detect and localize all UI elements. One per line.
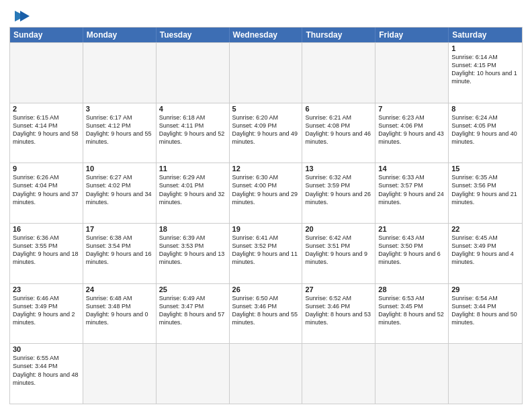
calendar-cell: 15Sunrise: 6:35 AM Sunset: 3:56 PM Dayli… xyxy=(449,163,522,223)
calendar-cell: 16Sunrise: 6:36 AM Sunset: 3:55 PM Dayli… xyxy=(10,224,83,283)
calendar-cell xyxy=(230,43,303,103)
day-number: 5 xyxy=(232,105,300,113)
day-info: Sunrise: 6:17 AM Sunset: 4:12 PM Dayligh… xyxy=(86,113,153,146)
day-info: Sunrise: 6:46 AM Sunset: 3:49 PM Dayligh… xyxy=(13,294,80,327)
calendar-cell xyxy=(375,43,449,103)
day-number: 19 xyxy=(232,225,300,233)
day-info: Sunrise: 6:55 AM Sunset: 3:44 PM Dayligh… xyxy=(13,354,80,387)
day-number: 2 xyxy=(13,105,80,113)
calendar-cell: 28Sunrise: 6:53 AM Sunset: 3:45 PM Dayli… xyxy=(375,284,449,344)
day-info: Sunrise: 6:32 AM Sunset: 3:59 PM Dayligh… xyxy=(305,173,372,206)
calendar-row: 1Sunrise: 6:14 AM Sunset: 4:15 PM Daylig… xyxy=(10,42,522,103)
calendar-cell: 20Sunrise: 6:42 AM Sunset: 3:51 PM Dayli… xyxy=(302,224,375,283)
day-number: 18 xyxy=(159,225,226,233)
day-info: Sunrise: 6:35 AM Sunset: 3:56 PM Dayligh… xyxy=(451,173,519,206)
day-number: 27 xyxy=(305,285,372,293)
calendar-cell: 12Sunrise: 6:30 AM Sunset: 4:00 PM Dayli… xyxy=(230,163,303,223)
day-number: 14 xyxy=(378,165,445,173)
calendar-row: 2Sunrise: 6:15 AM Sunset: 4:14 PM Daylig… xyxy=(10,103,522,163)
day-number: 23 xyxy=(13,285,80,293)
day-number: 1 xyxy=(451,44,519,52)
calendar-cell xyxy=(83,43,157,103)
day-number: 25 xyxy=(159,285,226,293)
calendar-cell xyxy=(302,344,375,404)
calendar-cell: 30Sunrise: 6:55 AM Sunset: 3:44 PM Dayli… xyxy=(10,344,83,404)
header-day-saturday: Saturday xyxy=(449,28,522,42)
day-info: Sunrise: 6:14 AM Sunset: 4:15 PM Dayligh… xyxy=(451,53,519,86)
day-number: 24 xyxy=(86,285,153,293)
calendar-row: 23Sunrise: 6:46 AM Sunset: 3:49 PM Dayli… xyxy=(10,283,522,344)
day-info: Sunrise: 6:27 AM Sunset: 4:02 PM Dayligh… xyxy=(86,173,153,206)
calendar-cell: 27Sunrise: 6:52 AM Sunset: 3:46 PM Dayli… xyxy=(302,284,375,344)
day-number: 17 xyxy=(86,225,153,233)
header-day-friday: Friday xyxy=(375,28,449,42)
day-number: 7 xyxy=(378,105,445,113)
calendar-body: 1Sunrise: 6:14 AM Sunset: 4:15 PM Daylig… xyxy=(10,42,522,404)
calendar-cell: 18Sunrise: 6:39 AM Sunset: 3:53 PM Dayli… xyxy=(157,224,230,283)
page: SundayMondayTuesdayWednesdayThursdayFrid… xyxy=(0,0,532,411)
day-info: Sunrise: 6:23 AM Sunset: 4:06 PM Dayligh… xyxy=(378,113,445,146)
calendar-cell: 7Sunrise: 6:23 AM Sunset: 4:06 PM Daylig… xyxy=(375,103,449,163)
calendar-cell: 13Sunrise: 6:32 AM Sunset: 3:59 PM Dayli… xyxy=(302,163,375,223)
calendar-cell xyxy=(230,344,303,404)
calendar-cell: 17Sunrise: 6:38 AM Sunset: 3:54 PM Dayli… xyxy=(83,224,157,283)
header-day-sunday: Sunday xyxy=(10,28,83,42)
calendar-cell: 14Sunrise: 6:33 AM Sunset: 3:57 PM Dayli… xyxy=(375,163,449,223)
calendar-cell: 22Sunrise: 6:45 AM Sunset: 3:49 PM Dayli… xyxy=(449,224,522,283)
calendar-cell xyxy=(157,43,230,103)
calendar-cell xyxy=(10,43,83,103)
day-number: 30 xyxy=(13,345,80,353)
calendar-cell xyxy=(302,43,375,103)
day-info: Sunrise: 6:49 AM Sunset: 3:47 PM Dayligh… xyxy=(159,294,226,327)
header xyxy=(9,7,523,23)
day-info: Sunrise: 6:18 AM Sunset: 4:11 PM Dayligh… xyxy=(159,113,226,146)
day-info: Sunrise: 6:50 AM Sunset: 3:46 PM Dayligh… xyxy=(232,294,300,327)
logo xyxy=(9,9,30,23)
calendar-cell: 11Sunrise: 6:29 AM Sunset: 4:01 PM Dayli… xyxy=(157,163,230,223)
calendar-cell xyxy=(375,344,449,404)
day-number: 10 xyxy=(86,165,153,173)
calendar-cell: 21Sunrise: 6:43 AM Sunset: 3:50 PM Dayli… xyxy=(375,224,449,283)
calendar: SundayMondayTuesdayWednesdayThursdayFrid… xyxy=(9,27,523,404)
day-number: 22 xyxy=(451,225,519,233)
calendar-cell: 25Sunrise: 6:49 AM Sunset: 3:47 PM Dayli… xyxy=(157,284,230,344)
day-number: 15 xyxy=(451,165,519,173)
day-info: Sunrise: 6:30 AM Sunset: 4:00 PM Dayligh… xyxy=(232,173,300,206)
day-number: 26 xyxy=(232,285,300,293)
calendar-cell: 1Sunrise: 6:14 AM Sunset: 4:15 PM Daylig… xyxy=(449,43,522,103)
day-info: Sunrise: 6:24 AM Sunset: 4:05 PM Dayligh… xyxy=(451,113,519,146)
day-number: 28 xyxy=(378,285,445,293)
calendar-row: 16Sunrise: 6:36 AM Sunset: 3:55 PM Dayli… xyxy=(10,223,522,283)
calendar-cell xyxy=(83,344,157,404)
calendar-cell: 10Sunrise: 6:27 AM Sunset: 4:02 PM Dayli… xyxy=(83,163,157,223)
calendar-row: 9Sunrise: 6:26 AM Sunset: 4:04 PM Daylig… xyxy=(10,163,522,223)
day-info: Sunrise: 6:26 AM Sunset: 4:04 PM Dayligh… xyxy=(13,173,80,206)
day-number: 6 xyxy=(305,105,372,113)
day-number: 11 xyxy=(159,165,226,173)
day-info: Sunrise: 6:38 AM Sunset: 3:54 PM Dayligh… xyxy=(86,234,153,267)
day-number: 12 xyxy=(232,165,300,173)
svg-marker-1 xyxy=(20,11,30,21)
day-number: 9 xyxy=(13,165,80,173)
header-day-tuesday: Tuesday xyxy=(157,28,230,42)
day-info: Sunrise: 6:53 AM Sunset: 3:45 PM Dayligh… xyxy=(378,294,445,327)
day-info: Sunrise: 6:33 AM Sunset: 3:57 PM Dayligh… xyxy=(378,173,445,206)
day-number: 29 xyxy=(451,285,519,293)
calendar-header: SundayMondayTuesdayWednesdayThursdayFrid… xyxy=(10,28,522,42)
logo-icon xyxy=(11,9,30,23)
day-number: 16 xyxy=(13,225,80,233)
day-info: Sunrise: 6:21 AM Sunset: 4:08 PM Dayligh… xyxy=(305,113,372,146)
day-info: Sunrise: 6:29 AM Sunset: 4:01 PM Dayligh… xyxy=(159,173,226,206)
day-number: 20 xyxy=(305,225,372,233)
day-info: Sunrise: 6:39 AM Sunset: 3:53 PM Dayligh… xyxy=(159,234,226,267)
calendar-cell xyxy=(449,344,522,404)
calendar-cell: 9Sunrise: 6:26 AM Sunset: 4:04 PM Daylig… xyxy=(10,163,83,223)
day-number: 3 xyxy=(86,105,153,113)
calendar-cell: 8Sunrise: 6:24 AM Sunset: 4:05 PM Daylig… xyxy=(449,103,522,163)
calendar-cell: 3Sunrise: 6:17 AM Sunset: 4:12 PM Daylig… xyxy=(83,103,157,163)
header-day-thursday: Thursday xyxy=(302,28,375,42)
day-info: Sunrise: 6:54 AM Sunset: 3:44 PM Dayligh… xyxy=(451,294,519,327)
calendar-cell: 29Sunrise: 6:54 AM Sunset: 3:44 PM Dayli… xyxy=(449,284,522,344)
calendar-cell: 4Sunrise: 6:18 AM Sunset: 4:11 PM Daylig… xyxy=(157,103,230,163)
calendar-cell: 6Sunrise: 6:21 AM Sunset: 4:08 PM Daylig… xyxy=(302,103,375,163)
